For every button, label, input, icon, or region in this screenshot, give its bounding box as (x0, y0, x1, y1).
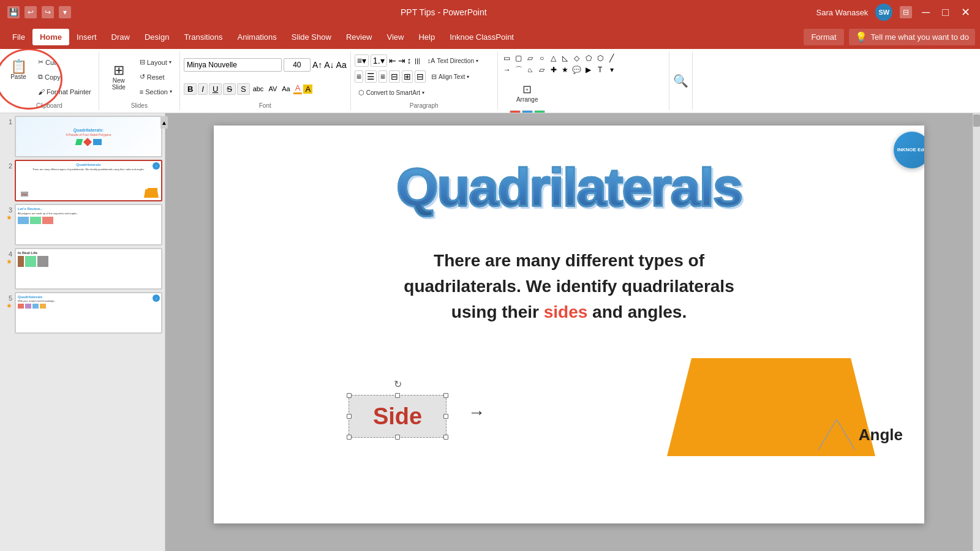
section-button[interactable]: ≡ Section ▾ (136, 85, 176, 99)
save-icon[interactable]: 💾 (7, 6, 20, 18)
find-button[interactable]: 🔍 (673, 73, 688, 88)
numbering-button[interactable]: 1.▾ (371, 54, 387, 67)
handle-ml[interactable] (347, 414, 352, 419)
slide-thumb-2[interactable]: 2 Quadrilaterals There are many differen… (2, 160, 162, 201)
slide-thumb-1[interactable]: 1 Quadrilaterals: A Parade of Four-Sided… (2, 116, 162, 157)
triangle-shape[interactable]: △ (548, 53, 559, 64)
canvas-area[interactable]: ▲ Quadrilaterals There are many differen… (165, 113, 973, 551)
more-shapes[interactable]: ▾ (606, 64, 617, 75)
change-case-icon[interactable]: Aa (280, 85, 292, 92)
increase-indent-icon[interactable]: ⇥ (398, 56, 405, 66)
handle-br[interactable] (443, 435, 448, 440)
handle-bl[interactable] (347, 435, 352, 440)
font-name-input[interactable] (184, 58, 282, 72)
increase-font-icon[interactable]: A↑ (312, 60, 322, 70)
vertical-scrollbar[interactable] (973, 113, 980, 551)
slide-preview-3[interactable]: Let's Review... All polygons are made up… (15, 204, 162, 246)
menu-view[interactable]: View (380, 29, 412, 45)
arrow-shape[interactable]: → (502, 64, 513, 75)
right-triangle-shape[interactable]: ◺ (560, 53, 571, 64)
handle-mr[interactable] (443, 414, 448, 419)
layout-button[interactable]: ⊟ Layout ▾ (136, 56, 176, 69)
star-shape[interactable]: ★ (560, 64, 571, 75)
menu-animations[interactable]: Animations (230, 29, 284, 45)
menu-transitions[interactable]: Transitions (176, 29, 230, 45)
slide-preview-2[interactable]: Quadrilaterals There are many different … (15, 160, 162, 201)
close-button[interactable]: ✕ (959, 6, 973, 19)
hexagon-shape[interactable]: ⬡ (595, 53, 606, 64)
maximize-button[interactable]: □ (940, 6, 951, 19)
rectangle-shape[interactable]: ▭ (502, 53, 513, 64)
new-slide-button[interactable]: ⊞ New Slide (103, 60, 135, 94)
clear-format-icon[interactable]: Aa (336, 60, 347, 70)
add-col-icon[interactable]: ⊞ (402, 70, 413, 83)
text-box-shape[interactable]: T (595, 64, 606, 75)
pentagon-shape[interactable]: ⬠ (583, 53, 594, 64)
inknoe-button[interactable]: INKNOE Edu (894, 132, 924, 168)
callout-shape[interactable]: 💬 (571, 64, 582, 75)
cut-button[interactable]: ✂ Cut (34, 56, 95, 69)
menu-review[interactable]: Review (339, 29, 380, 45)
minimize-button[interactable]: ─ (919, 6, 932, 19)
handle-bc[interactable] (395, 435, 400, 440)
undo-icon[interactable]: ↩ (24, 6, 37, 18)
slide-preview-5[interactable]: Quadrilaterals With your newly found kno… (15, 292, 162, 334)
decrease-indent-icon[interactable]: ⇤ (389, 56, 396, 66)
align-center-icon[interactable]: ☰ (365, 70, 377, 83)
copy-button[interactable]: ⧉ Copy (34, 70, 95, 84)
character-spacing-icon[interactable]: AV (266, 85, 279, 92)
font-color-button[interactable]: A (293, 83, 303, 94)
slide-preview-4[interactable]: In Real Life (15, 248, 162, 290)
slide-thumb-4[interactable]: 4★ In Real Life (2, 248, 162, 290)
text-direction-button[interactable]: ↕A Text Direction ▾ (424, 54, 482, 67)
diamond-shape[interactable]: ◇ (571, 53, 582, 64)
justify-icon[interactable]: ⊟ (389, 70, 400, 83)
underline-button[interactable]: U (209, 83, 222, 95)
align-left-icon[interactable]: ≡ (355, 70, 363, 83)
trapezoid-shape[interactable]: ⏢ (525, 64, 536, 75)
menu-file[interactable]: File (5, 29, 32, 45)
menu-draw[interactable]: Draw (104, 29, 137, 45)
scrollbar-thumb[interactable] (973, 114, 980, 127)
strikethrough2-icon[interactable]: abc (251, 85, 266, 92)
curve-shape[interactable]: ⌒ (513, 64, 524, 75)
handle-tc[interactable] (395, 393, 400, 398)
reset-button[interactable]: ↺ Reset (136, 70, 176, 84)
avatar[interactable]: SW (875, 4, 892, 21)
tell-me-input[interactable]: Tell me what you want to do (871, 32, 969, 42)
parallelogram-shape[interactable]: ▱ (537, 64, 548, 75)
menu-inknoe[interactable]: Inknoe ClassPoint (442, 29, 521, 45)
ribbon-display-icon[interactable]: ⊟ (900, 6, 912, 18)
bullets-button[interactable]: ≡▾ (355, 54, 369, 67)
bold-button[interactable]: B (184, 83, 197, 95)
justify2-icon[interactable]: ⊟ (415, 70, 426, 83)
menu-home[interactable]: Home (32, 29, 69, 45)
redo-icon[interactable]: ↪ (42, 6, 54, 18)
menu-insert[interactable]: Insert (69, 29, 104, 45)
menu-help[interactable]: Help (411, 29, 442, 45)
font-size-input[interactable] (284, 58, 311, 72)
menu-format[interactable]: Format (804, 29, 843, 45)
rounded-rect-shape[interactable]: ▢ (513, 53, 524, 64)
menu-slide-show[interactable]: Slide Show (284, 29, 339, 45)
decrease-font-icon[interactable]: A↓ (324, 60, 334, 70)
convert-smartart-button[interactable]: ⬡ Convert to SmartArt ▾ (355, 86, 428, 100)
snip-rect-shape[interactable]: ▱ (525, 53, 536, 64)
shadow-button[interactable]: S (237, 83, 250, 95)
line-shape[interactable]: ╱ (606, 53, 617, 64)
strikethrough-button[interactable]: S (223, 83, 236, 95)
columns-icon[interactable]: ⫼ (413, 56, 422, 66)
format-painter-button[interactable]: 🖌 Format Painter (34, 85, 95, 99)
slide-thumb-5[interactable]: 5★ Quadrilaterals With your newly found … (2, 292, 162, 334)
cross-shape[interactable]: ✚ (548, 64, 559, 75)
rotate-handle[interactable]: ↻ (394, 378, 402, 390)
align-right-icon[interactable]: ≡ (379, 70, 387, 83)
action-shape[interactable]: ▶ (583, 64, 594, 75)
align-text-button[interactable]: ⊟ Align Text ▾ (428, 70, 473, 83)
scroll-up-button[interactable]: ▲ (165, 116, 168, 129)
slide-thumb-3[interactable]: 3★ Let's Review... All polygons are made… (2, 204, 162, 246)
arrange-button[interactable]: ⊡ Arrange (511, 75, 544, 110)
selected-textbox[interactable]: ↻ Side (349, 395, 447, 438)
handle-tr[interactable] (443, 393, 448, 398)
paste-button[interactable]: 📋 Paste (4, 53, 33, 87)
